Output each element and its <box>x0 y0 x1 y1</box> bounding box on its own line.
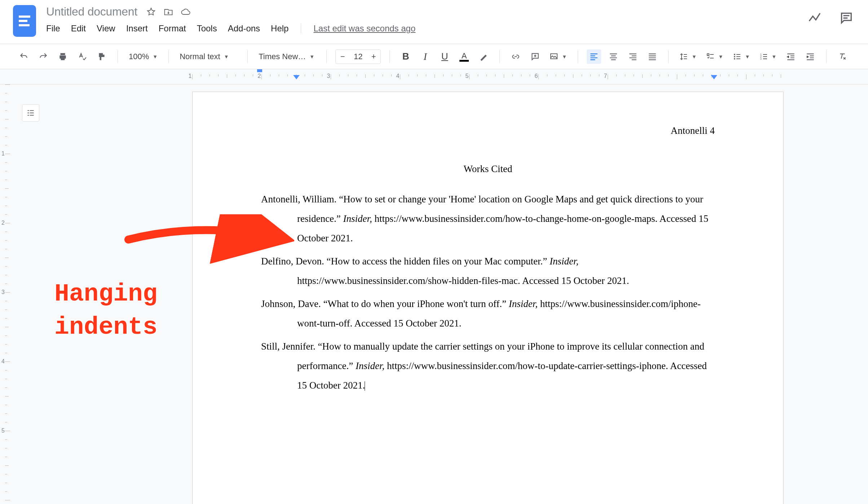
ruler-number: 2 <box>1 220 5 226</box>
increase-font-button[interactable]: + <box>367 49 380 64</box>
highlight-color-button[interactable] <box>476 49 491 64</box>
ruler-number: 4 <box>1 358 5 365</box>
ruler-number: 3 <box>327 73 330 79</box>
ruler-number: 7 <box>604 73 607 79</box>
activity-icon[interactable] <box>807 11 822 27</box>
menu-help[interactable]: Help <box>271 23 288 34</box>
font-family-value: Times New… <box>259 52 306 61</box>
chevron-down-icon: ▼ <box>745 54 750 60</box>
ruler-number: 1 <box>1 150 5 157</box>
undo-button[interactable] <box>17 49 31 64</box>
bold-button[interactable]: B <box>398 49 413 64</box>
document-outline-button[interactable] <box>22 104 39 122</box>
ruler-number: 6 <box>535 73 538 79</box>
ruler-number: 2 <box>258 73 261 79</box>
toolbar-separator <box>826 50 827 63</box>
horizontal-ruler[interactable]: 1234567 <box>0 69 868 84</box>
text-color-button[interactable]: A <box>457 49 471 64</box>
insert-image-dropdown[interactable]: ▼ <box>547 52 569 61</box>
paragraph-style-value: Normal text <box>180 52 220 61</box>
toolbar-separator <box>168 50 169 63</box>
document-canvas[interactable]: Antonelli 4 Works Cited Antonelli, Willi… <box>13 84 868 504</box>
ruler-number: 3 <box>1 289 5 295</box>
menu-insert[interactable]: Insert <box>126 23 148 34</box>
bulleted-list-dropdown[interactable]: ▼ <box>731 52 752 61</box>
citation-entry[interactable]: Johnson, Dave. “What to do when your iPh… <box>261 294 715 333</box>
menu-edit[interactable]: Edit <box>71 23 86 34</box>
underline-button[interactable]: U <box>437 49 452 64</box>
title-block: Untitled document File Edit View Insert … <box>46 5 855 34</box>
chevron-down-icon: ▼ <box>718 54 723 60</box>
align-justify-button[interactable] <box>645 49 660 64</box>
citation-entry[interactable]: Delfino, Devon. “How to access the hidde… <box>261 251 715 290</box>
menu-view[interactable]: View <box>97 23 115 34</box>
ruler-number: 5 <box>1 428 5 434</box>
chevron-down-icon: ▼ <box>224 54 229 60</box>
paragraph-style-dropdown[interactable]: Normal text ▼ <box>177 52 239 61</box>
clear-formatting-button[interactable] <box>835 49 850 64</box>
redo-button[interactable] <box>36 49 50 64</box>
align-center-button[interactable] <box>606 49 621 64</box>
paint-format-button[interactable] <box>94 49 109 64</box>
toolbar-separator <box>389 50 390 63</box>
font-size-stepper: − 12 + <box>335 49 381 64</box>
toolbar-separator <box>247 50 248 63</box>
right-indent-marker[interactable] <box>711 75 717 79</box>
zoom-dropdown[interactable]: 100% ▼ <box>127 52 160 61</box>
svg-text:3: 3 <box>760 57 762 60</box>
page[interactable]: Antonelli 4 Works Cited Antonelli, Willi… <box>192 92 784 504</box>
left-indent-marker[interactable] <box>293 75 300 79</box>
page-header[interactable]: Antonelli 4 <box>261 121 715 140</box>
chevron-down-icon: ▼ <box>772 54 777 60</box>
citation-entry[interactable]: Antonelli, William. “How to set or chang… <box>261 189 715 248</box>
spellcheck-button[interactable] <box>75 49 89 64</box>
citation-source: Insider, <box>343 213 372 224</box>
toolbar-separator <box>499 50 500 63</box>
align-right-button[interactable] <box>626 49 640 64</box>
citation-source: Insider, <box>356 360 384 371</box>
works-cited-title[interactable]: Works Cited <box>261 159 715 179</box>
menu-tools[interactable]: Tools <box>197 23 217 34</box>
ruler-number: 5 <box>466 73 469 79</box>
chevron-down-icon: ▼ <box>562 54 567 60</box>
insert-link-button[interactable] <box>508 49 523 64</box>
move-icon[interactable] <box>163 7 173 17</box>
star-icon[interactable] <box>146 7 156 17</box>
line-spacing-dropdown[interactable]: ▼ <box>677 52 699 61</box>
last-edit-link[interactable]: Last edit was seconds ago <box>313 23 415 34</box>
svg-point-3 <box>734 56 735 57</box>
ruler-number: 1 <box>189 73 192 79</box>
citation-tail: https://www.businessinsider.com/show-hid… <box>297 275 629 286</box>
menu-file[interactable]: File <box>46 23 60 34</box>
first-line-indent-marker[interactable] <box>257 69 262 72</box>
decrease-font-button[interactable]: − <box>336 49 349 64</box>
svg-point-4 <box>734 58 735 60</box>
italic-button[interactable]: I <box>418 49 432 64</box>
menu-addons[interactable]: Add-ons <box>228 23 260 34</box>
comments-icon[interactable] <box>839 11 854 27</box>
decrease-indent-button[interactable] <box>784 49 798 64</box>
print-button[interactable] <box>56 49 70 64</box>
toolbar-separator <box>668 50 669 63</box>
citation-lead: Delfino, Devon. “How to access the hidde… <box>261 256 550 267</box>
citation-entry[interactable]: Still, Jennifer. “How to manually update… <box>261 337 715 395</box>
menu-separator <box>301 23 301 34</box>
align-left-button[interactable] <box>587 49 601 64</box>
cloud-status-icon[interactable] <box>181 7 191 17</box>
increase-indent-button[interactable] <box>803 49 818 64</box>
menu-bar: File Edit View Insert Format Tools Add-o… <box>46 23 855 34</box>
font-family-dropdown[interactable]: Times New… ▼ <box>256 52 318 61</box>
menu-format[interactable]: Format <box>159 23 186 34</box>
toolbar-separator <box>578 50 578 63</box>
checklist-dropdown[interactable]: ▼ <box>704 52 726 61</box>
numbered-list-dropdown[interactable]: 123▼ <box>757 52 779 61</box>
add-comment-button[interactable] <box>528 49 542 64</box>
doc-title[interactable]: Untitled document <box>46 5 137 18</box>
vertical-ruler[interactable]: 12345 <box>0 84 13 504</box>
docs-logo[interactable] <box>13 5 36 37</box>
font-size-value[interactable]: 12 <box>349 52 367 61</box>
zoom-value: 100% <box>129 52 149 61</box>
annotation-label: Hanging indents <box>54 277 158 344</box>
citation-source: Insider, <box>509 298 538 309</box>
ruler-number: 4 <box>396 73 400 79</box>
